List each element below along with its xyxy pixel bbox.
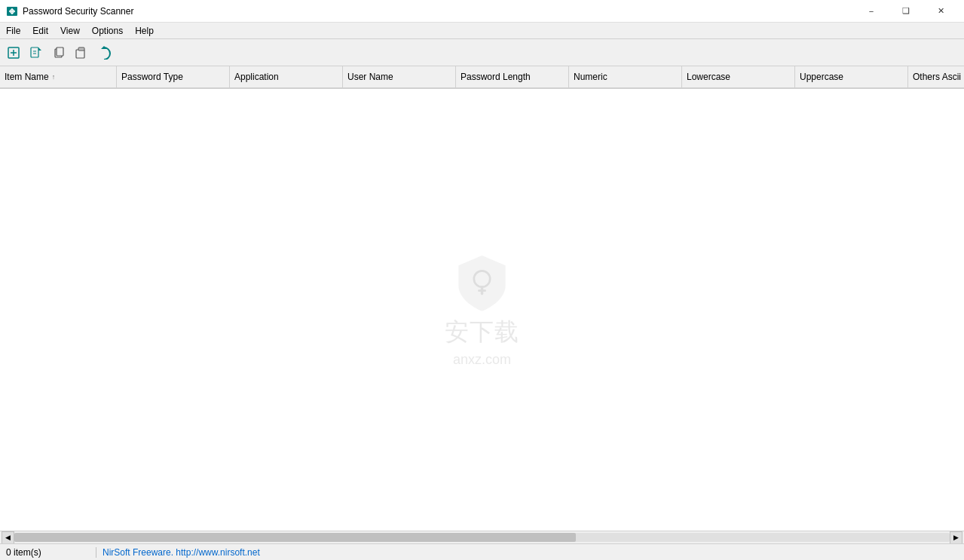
hscrollbar-thumb[interactable] [14,533,576,542]
title-bar-left: Password Security Scanner [6,5,133,17]
close-button[interactable]: ✕ [923,0,958,23]
col-uppercase[interactable]: Uppercase [795,66,908,87]
window-title: Password Security Scanner [23,6,133,17]
toolbar-copy-button[interactable] [48,42,69,63]
col-numeric[interactable]: Numeric [569,66,682,87]
svg-rect-10 [76,50,84,58]
menu-help[interactable]: Help [129,23,160,38]
col-user-name[interactable]: User Name [343,66,456,87]
col-others-ascii[interactable]: Others Ascii [908,66,964,87]
toolbar-export-button[interactable] [26,42,47,63]
title-bar: Password Security Scanner − ❑ ✕ [0,0,964,23]
table-body: 安下载 anxz.com [0,89,964,531]
svg-rect-9 [57,47,63,56]
watermark: 安下载 anxz.com [445,252,519,368]
col-lowercase[interactable]: Lowercase [682,66,795,87]
col-password-length[interactable]: Password Length [456,66,569,87]
stop-icon [97,46,111,60]
toolbar-stop-button[interactable] [93,42,115,63]
svg-point-13 [474,271,490,286]
hscrollbar-track[interactable] [14,533,950,542]
watermark-text: 安下载 [445,316,519,349]
toolbar-scan-button[interactable] [3,42,24,63]
copy-icon [52,46,66,60]
watermark-shield-icon [452,252,513,313]
paste-icon [75,46,88,60]
svg-rect-15 [478,289,486,292]
sort-arrow-icon: ↑ [52,73,56,81]
menu-file[interactable]: File [0,23,26,38]
svg-rect-11 [78,47,84,50]
watermark-subtext: anxz.com [453,352,511,368]
col-password-type[interactable]: Password Type [117,66,230,87]
svg-rect-14 [481,286,484,295]
status-items: 0 item(s) NirSoft Freeware. http://www.n… [6,547,958,558]
svg-rect-5 [31,47,38,57]
col-application[interactable]: Application [230,66,343,87]
menu-options[interactable]: Options [86,23,129,38]
status-count: 0 item(s) [6,547,96,558]
scroll-right-button[interactable]: ▶ [950,531,962,544]
menu-bar: File Edit View Options Help [0,23,964,39]
title-bar-controls: − ❑ ✕ [854,0,958,23]
menu-edit[interactable]: Edit [26,23,54,38]
scroll-left-button[interactable]: ◀ [2,531,14,544]
menu-view[interactable]: View [54,23,86,38]
table-header: Item Name ↑ Password Type Application Us… [0,66,964,89]
toolbar [0,39,964,66]
hscrollbar-container: ◀ ▶ [0,531,964,543]
export-icon [29,46,43,60]
app-icon [6,5,18,17]
scan-icon [7,46,20,60]
col-item-name[interactable]: Item Name ↑ [0,66,117,87]
table-container: Item Name ↑ Password Type Application Us… [0,66,964,531]
status-link-container: NirSoft Freeware. http://www.nirsoft.net [96,547,260,558]
status-bar: 0 item(s) NirSoft Freeware. http://www.n… [0,543,964,560]
minimize-button[interactable]: − [854,0,889,23]
restore-button[interactable]: ❑ [889,0,923,23]
nirsoft-link[interactable]: NirSoft Freeware. http://www.nirsoft.net [103,547,260,558]
toolbar-paste-button[interactable] [71,42,92,63]
